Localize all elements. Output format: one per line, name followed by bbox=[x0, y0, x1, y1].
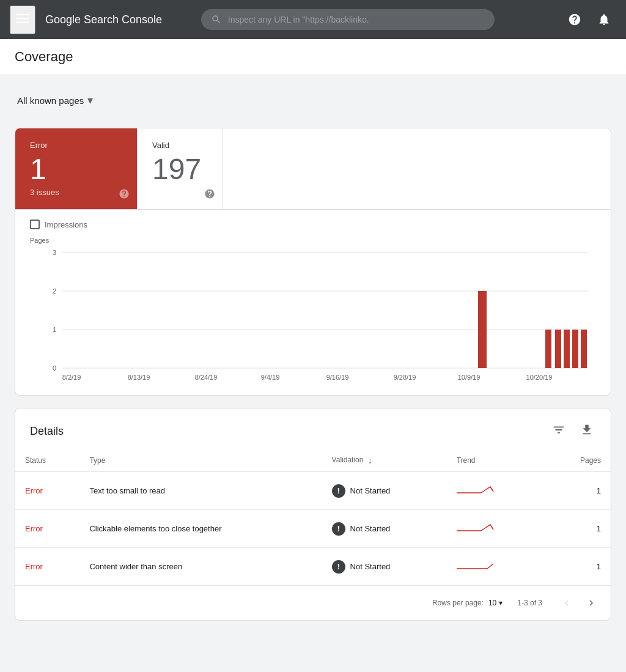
details-title: Details bbox=[30, 425, 64, 438]
row-type: Text too small to read bbox=[79, 472, 322, 510]
col-status: Status bbox=[15, 449, 79, 472]
chevron-down-icon: ▾ bbox=[87, 94, 93, 107]
coverage-chart-card: Error 1 3 issues Valid 197 Impressions bbox=[15, 128, 611, 396]
next-page-button[interactable] bbox=[581, 593, 601, 613]
logo-text: Google Search Console bbox=[45, 13, 162, 26]
validation-label: Not Started bbox=[350, 486, 391, 495]
table-footer: Rows per page: 10 ▾ 1-3 of 3 bbox=[15, 585, 611, 620]
col-type: Type bbox=[79, 449, 322, 472]
impressions-label: Impressions bbox=[45, 220, 87, 229]
svg-text:8/2/19: 8/2/19 bbox=[62, 374, 81, 381]
row-status[interactable]: Error bbox=[15, 510, 79, 548]
impressions-toggle[interactable]: Impressions bbox=[30, 220, 596, 229]
svg-text:1: 1 bbox=[53, 326, 56, 333]
bar-1 bbox=[478, 291, 487, 368]
svg-text:3: 3 bbox=[53, 249, 56, 256]
rows-per-page-label: Rows per page: bbox=[432, 599, 484, 607]
error-stat-tile[interactable]: Error 1 3 issues bbox=[15, 128, 138, 209]
filter-bar: All known pages ▾ bbox=[15, 85, 611, 116]
rows-chevron-icon: ▾ bbox=[499, 599, 503, 607]
valid-value: 197 bbox=[152, 155, 208, 184]
page-info: 1-3 of 3 bbox=[517, 599, 542, 607]
row-pages: 1 bbox=[547, 548, 611, 586]
svg-text:0: 0 bbox=[53, 364, 56, 372]
error-help-icon[interactable] bbox=[119, 188, 130, 202]
bar-6 bbox=[581, 330, 587, 368]
svg-text:9/16/19: 9/16/19 bbox=[326, 374, 349, 381]
url-inspection-bar[interactable] bbox=[201, 9, 495, 30]
valid-help-icon[interactable] bbox=[204, 188, 215, 202]
validation-label: Not Started bbox=[350, 562, 391, 571]
details-actions bbox=[550, 421, 596, 442]
help-button[interactable] bbox=[562, 7, 587, 32]
error-label: Error bbox=[30, 141, 122, 150]
sort-icon: ↓ bbox=[368, 456, 372, 465]
bell-icon bbox=[597, 13, 611, 26]
pagination-nav bbox=[557, 593, 601, 613]
row-trend bbox=[447, 510, 547, 548]
app-header: Google Search Console bbox=[0, 0, 626, 39]
col-validation[interactable]: Validation ↓ bbox=[322, 449, 447, 472]
rows-per-page-select[interactable]: 10 ▾ bbox=[488, 599, 503, 607]
all-known-pages-dropdown[interactable]: All known pages ▾ bbox=[15, 90, 95, 111]
error-issues: 3 issues bbox=[30, 188, 122, 197]
chevron-right-icon bbox=[586, 597, 597, 608]
svg-text:10/9/19: 10/9/19 bbox=[458, 374, 481, 381]
stat-tiles: Error 1 3 issues Valid 197 bbox=[15, 128, 611, 210]
valid-stat-tile[interactable]: Valid 197 bbox=[138, 128, 223, 209]
row-validation[interactable]: ! Not Started bbox=[322, 510, 447, 548]
validation-icon: ! bbox=[332, 484, 345, 498]
header-icon-group bbox=[562, 7, 616, 32]
table-row: Error Text too small to read ! Not Start… bbox=[15, 472, 611, 510]
table-row: Error Content wider than screen ! Not St… bbox=[15, 548, 611, 586]
svg-text:8/13/19: 8/13/19 bbox=[128, 374, 150, 381]
hamburger-menu-button[interactable] bbox=[10, 6, 35, 34]
details-card: Details Status Type Validation ↓ Tren bbox=[15, 408, 611, 621]
col-trend: Trend bbox=[447, 449, 547, 472]
validation-label: Not Started bbox=[350, 524, 391, 533]
details-table: Status Type Validation ↓ Trend Pages Err… bbox=[15, 449, 611, 585]
filter-label: All known pages bbox=[17, 95, 84, 106]
prev-page-button[interactable] bbox=[557, 593, 576, 613]
bar-chart: 3 2 1 0 8/2/19 8/13/19 8/24/19 9/4/19 9/… bbox=[30, 246, 596, 383]
svg-text:2: 2 bbox=[53, 287, 56, 295]
svg-text:10/20/19: 10/20/19 bbox=[526, 374, 553, 381]
bar-2 bbox=[545, 330, 551, 368]
download-icon bbox=[580, 423, 594, 437]
svg-text:8/24/19: 8/24/19 bbox=[195, 374, 218, 381]
svg-text:9/28/19: 9/28/19 bbox=[394, 374, 416, 381]
bar-4 bbox=[564, 330, 570, 368]
col-pages: Pages bbox=[547, 449, 611, 472]
table-row: Error Clickable elements too close toget… bbox=[15, 510, 611, 548]
error-value: 1 bbox=[30, 155, 122, 184]
row-status[interactable]: Error bbox=[15, 548, 79, 586]
row-status[interactable]: Error bbox=[15, 472, 79, 510]
y-axis-label: Pages bbox=[30, 237, 596, 244]
details-header: Details bbox=[15, 408, 611, 449]
row-pages: 1 bbox=[547, 510, 611, 548]
rows-value: 10 bbox=[488, 599, 496, 607]
row-validation[interactable]: ! Not Started bbox=[322, 548, 447, 586]
row-pages: 1 bbox=[547, 472, 611, 510]
validation-icon: ! bbox=[332, 560, 345, 574]
download-button[interactable] bbox=[578, 421, 596, 442]
row-validation[interactable]: ! Not Started bbox=[322, 472, 447, 510]
rows-per-page-control: Rows per page: 10 ▾ bbox=[432, 599, 503, 607]
chevron-left-icon bbox=[561, 597, 572, 608]
impressions-checkbox[interactable] bbox=[30, 220, 40, 229]
filter-button[interactable] bbox=[550, 421, 568, 442]
table-body: Error Text too small to read ! Not Start… bbox=[15, 472, 611, 586]
main-content: All known pages ▾ Error 1 3 issues Valid… bbox=[0, 75, 626, 630]
help-icon bbox=[568, 13, 581, 26]
validation-icon: ! bbox=[332, 522, 345, 536]
page-title-bar: Coverage bbox=[0, 39, 626, 75]
row-type: Content wider than screen bbox=[79, 548, 322, 586]
valid-label: Valid bbox=[152, 141, 208, 150]
notifications-button[interactable] bbox=[592, 7, 616, 32]
search-icon bbox=[211, 14, 222, 25]
bar-5 bbox=[572, 330, 578, 368]
svg-text:9/4/19: 9/4/19 bbox=[261, 374, 280, 381]
table-header: Status Type Validation ↓ Trend Pages bbox=[15, 449, 611, 472]
url-search-input[interactable] bbox=[228, 15, 485, 24]
svg-rect-1 bbox=[16, 18, 29, 19]
